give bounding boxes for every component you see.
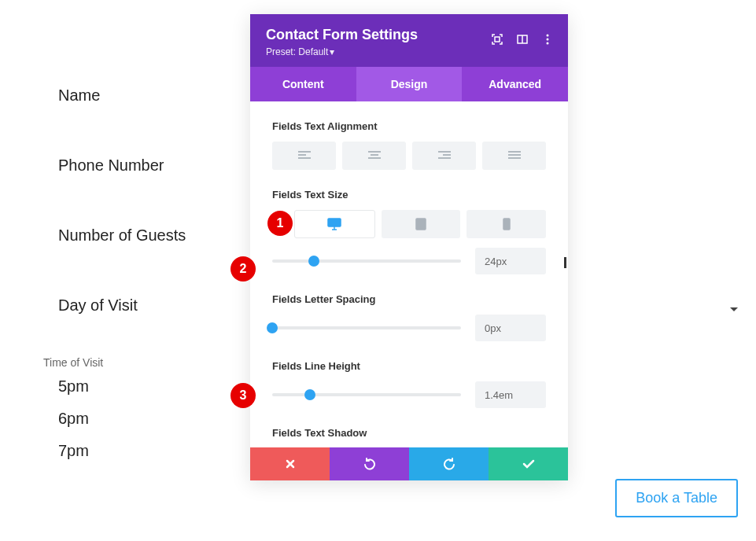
form-field-guests[interactable]: Number of Guests (58, 226, 239, 245)
svg-point-3 (547, 35, 549, 37)
columns-icon[interactable] (510, 27, 535, 52)
tab-advanced[interactable]: Advanced (462, 67, 568, 101)
form-field-phone[interactable]: Phone Number (58, 156, 239, 175)
form-field-day[interactable]: Day of Visit (58, 296, 239, 315)
svg-rect-0 (495, 37, 500, 42)
redo-button[interactable] (409, 447, 489, 480)
svg-point-22 (420, 227, 422, 229)
text-size-value[interactable]: 24px (475, 248, 546, 274)
panel-footer (250, 447, 568, 480)
device-tablet-button[interactable] (382, 210, 461, 238)
expand-icon[interactable] (485, 27, 510, 52)
text-size-slider[interactable] (272, 259, 461, 263)
text-shadow-label: Fields Text Shadow (272, 427, 546, 439)
dropdown-caret-icon[interactable] (729, 302, 739, 316)
more-icon[interactable] (535, 27, 560, 52)
line-height-slider[interactable] (272, 393, 461, 396)
chevron-down-icon: ▾ (330, 46, 334, 57)
letter-spacing-value[interactable]: 0px (475, 315, 546, 341)
time-option[interactable]: 5pm (58, 377, 89, 396)
tab-content[interactable]: Content (250, 67, 356, 101)
scroll-indicator (564, 257, 566, 268)
line-height-value[interactable]: 1.4em (475, 381, 546, 408)
slider-thumb[interactable] (304, 389, 315, 400)
svg-point-4 (547, 39, 549, 41)
align-center-button[interactable] (342, 142, 406, 170)
line-height-label: Fields Line Height (272, 360, 546, 372)
undo-button[interactable] (330, 447, 409, 480)
slider-thumb[interactable] (308, 256, 319, 267)
device-desktop-button[interactable] (294, 210, 375, 238)
callout-1: 1 (267, 211, 293, 236)
tabs: Content Design Advanced (250, 67, 568, 101)
device-phone-button[interactable] (467, 210, 546, 238)
slider-thumb[interactable] (267, 322, 278, 333)
book-a-table-button[interactable]: Book a Table (615, 479, 738, 517)
svg-point-5 (547, 42, 549, 45)
time-of-visit-label: Time of Visit (43, 356, 103, 369)
preset-label: Preset: Default (266, 46, 328, 57)
svg-point-24 (506, 227, 507, 229)
letter-spacing-label: Fields Letter Spacing (272, 293, 546, 305)
align-left-button[interactable] (272, 142, 336, 170)
fields-alignment-label: Fields Text Alignment (272, 120, 546, 132)
callout-3: 3 (230, 383, 256, 408)
panel-header: Contact Form Settings Preset: Default▾ (250, 14, 568, 67)
letter-spacing-slider[interactable] (272, 326, 461, 329)
confirm-button[interactable] (489, 447, 568, 480)
time-option[interactable]: 6pm (58, 410, 89, 428)
svg-rect-18 (328, 219, 341, 226)
align-right-button[interactable] (412, 142, 476, 170)
settings-panel: Contact Form Settings Preset: Default▾ C… (250, 14, 568, 480)
callout-2: 2 (230, 256, 256, 282)
tab-design[interactable]: Design (356, 67, 463, 101)
cancel-button[interactable] (250, 447, 330, 480)
form-field-name[interactable]: Name (58, 86, 239, 105)
fields-text-size-label: Fields Text Size (272, 189, 546, 201)
panel-body: Fields Text Alignment Fields Text Size (250, 101, 568, 447)
time-option[interactable]: 7pm (58, 442, 89, 460)
align-justify-button[interactable] (482, 142, 546, 170)
